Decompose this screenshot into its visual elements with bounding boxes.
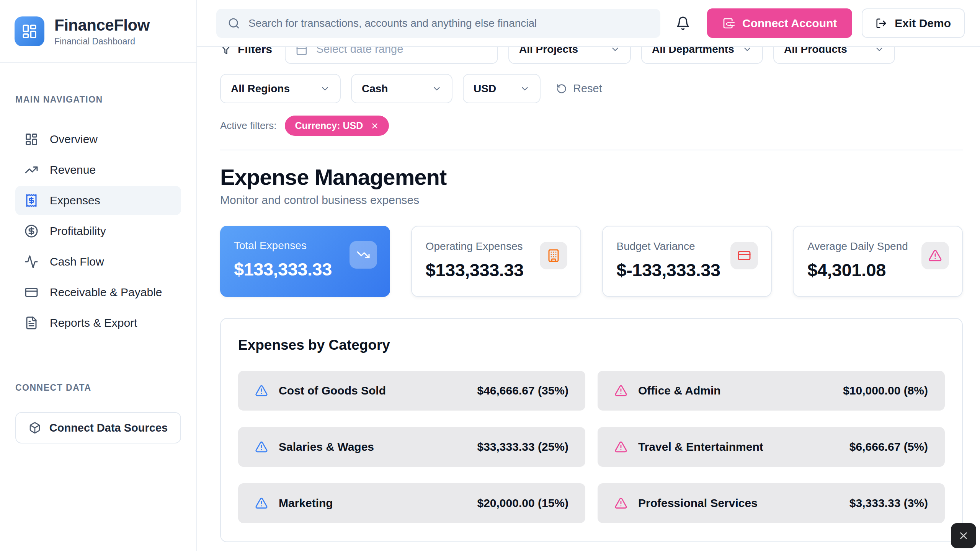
category-value: $6,666.67 (5%) [849,440,928,453]
exit-demo-button[interactable]: Exit Demo [862,8,965,38]
sidebar-item-label: Cash Flow [50,255,104,268]
alert-triangle-icon [614,440,627,453]
nav-heading: MAIN NAVIGATION [15,95,103,104]
logout-icon [875,18,887,29]
kpi-budget-variance: Budget Variance $-133,333.33 [602,226,772,297]
connect-data-sources-label: Connect Data Sources [49,422,168,434]
chevron-down-icon [520,84,530,94]
reset-filters-button[interactable]: Reset [556,82,602,95]
chevron-down-icon [320,84,330,94]
kpi-operating-expenses: Operating Expenses $133,333.33 [411,226,581,297]
receipt-icon [24,194,38,207]
kpi-icon-box [921,242,949,269]
category-value: $3,333.33 (3%) [849,497,928,510]
kpi-icon-box [540,242,567,269]
active-filter-chip[interactable]: Currency: USD [285,116,389,136]
alert-triangle-icon [614,497,627,510]
connect-data-sources-button[interactable]: Connect Data Sources [15,412,181,443]
trending-up-icon [24,163,38,177]
category-row-cost-of-goods-sold: Cost of Goods Sold $46,666.67 (35%) [238,371,585,411]
rotate-ccw-icon [556,83,567,94]
category-name: Salaries & Wages [279,440,466,453]
sidebar-item-cash-flow[interactable]: Cash Flow [15,247,181,276]
sidebar-item-receivable-payable[interactable]: Receivable & Payable [15,278,181,307]
category-value: $46,666.67 (35%) [477,384,568,397]
connect-account-button[interactable]: Connect Account [707,8,852,38]
exit-demo-label: Exit Demo [895,17,951,30]
connect-account-label: Connect Account [742,17,837,30]
sidebar-item-label: Profitability [50,225,106,238]
credit-card-icon [24,285,38,299]
expenses-by-category-title: Expenses by Category [238,337,945,353]
category-value: $20,000.00 (15%) [477,497,568,510]
category-row-office-admin: Office & Admin $10,000.00 (8%) [598,371,945,411]
close-icon [958,530,969,541]
page-title: Expense Management [220,164,963,190]
category-value: $33,333.33 (25%) [477,440,568,453]
brand-header: FinanceFlow Financial Dashboard [0,0,196,63]
expenses-by-category-card: Expenses by Category Cost of Goods Sold … [220,318,963,542]
alert-triangle-icon [928,249,942,262]
dollar-circle-icon [24,224,38,238]
alert-triangle-icon [614,384,627,397]
wallet-icon [722,17,735,29]
category-name: Cost of Goods Sold [279,384,466,397]
category-name: Travel & Entertainment [638,440,839,453]
cube-icon [29,422,41,434]
payment-method-select[interactable]: Cash [351,74,452,103]
kpi-average-daily-spend: Average Daily Spend $4,301.08 [793,226,963,297]
main-navigation: MAIN NAVIGATION Overview Revenue Expense… [0,63,196,443]
sidebar-item-label: Reports & Export [50,316,137,329]
kpi-cards: Total Expenses $133,333.33 Operating Exp… [220,226,963,297]
alert-triangle-icon [255,440,268,453]
active-filter-chip-label: Currency: USD [295,120,363,131]
alert-triangle-icon [255,384,268,397]
category-row-travel-entertainment: Travel & Entertainment $6,666.67 (5%) [598,427,945,467]
sidebar-item-revenue[interactable]: Revenue [15,155,181,184]
close-widget-button[interactable] [951,523,976,548]
trending-down-icon [356,248,370,262]
global-search [216,9,660,38]
bell-icon [676,16,690,31]
app-logo [15,16,44,46]
sidebar-item-label: Overview [50,133,98,146]
active-filters-label: Active filters: [220,120,276,132]
kpi-icon-box [730,242,758,269]
topbar: Connect Account Exit Demo [197,0,980,47]
search-icon [228,17,240,29]
category-list: Cost of Goods Sold $46,666.67 (35%) Offi… [238,371,945,523]
credit-card-icon [737,249,751,262]
notifications-button[interactable] [672,12,694,34]
search-input[interactable] [248,17,649,29]
building-icon [547,249,560,262]
category-value: $10,000.00 (8%) [843,384,928,397]
dashboard-grid-icon [21,23,38,39]
connect-data-heading: CONNECT DATA [15,383,181,393]
category-row-salaries-wages: Salaries & Wages $33,333.33 (25%) [238,427,585,467]
activity-icon [24,255,38,269]
sidebar-item-label: Receivable & Payable [50,286,162,299]
sidebar-item-expenses[interactable]: Expenses [15,186,181,215]
filters-row-2: All Regions Cash USD Reset [220,74,963,103]
active-filters-row: Active filters: Currency: USD [220,116,963,136]
sidebar: FinanceFlow Financial Dashboard MAIN NAV… [0,0,197,551]
dashboard-grid-icon [24,132,38,146]
page-subtitle: Monitor and control business expenses [220,194,963,207]
sidebar-item-overview[interactable]: Overview [15,125,181,154]
sidebar-item-label: Revenue [50,163,96,176]
currency-select[interactable]: USD [463,74,541,103]
alert-triangle-icon [255,497,268,510]
regions-select[interactable]: All Regions [220,74,341,103]
category-row-professional-services: Professional Services $3,333.33 (3%) [598,483,945,523]
app-title: FinanceFlow [54,16,150,34]
sidebar-item-profitability[interactable]: Profitability [15,217,181,246]
remove-filter-icon[interactable] [371,122,379,130]
kpi-total-expenses: Total Expenses $133,333.33 [220,226,390,297]
chevron-down-icon [432,84,442,94]
category-row-marketing: Marketing $20,000.00 (15%) [238,483,585,523]
category-name: Marketing [279,497,466,510]
category-name: Office & Admin [638,384,832,397]
sidebar-item-reports-export[interactable]: Reports & Export [15,308,181,337]
file-text-icon [24,316,38,330]
section-divider [220,150,963,150]
